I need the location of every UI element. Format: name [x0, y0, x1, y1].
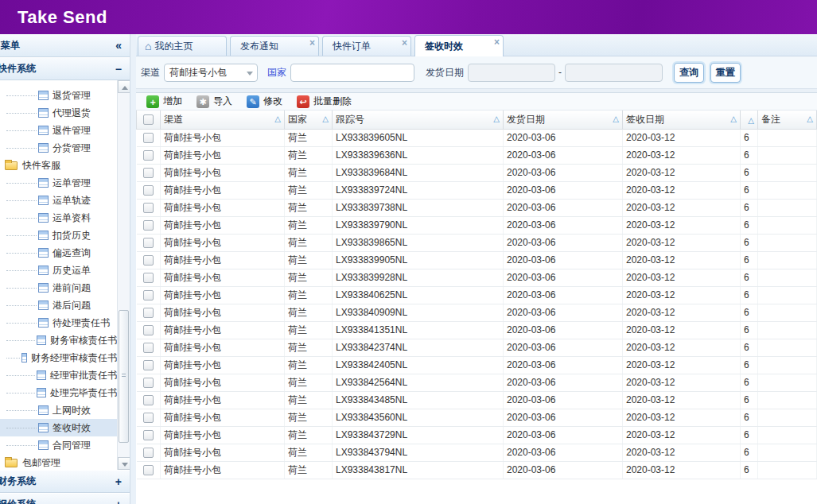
sidebar-tree-item[interactable]: 财务审核责任书: [0, 331, 117, 349]
tree-scrollbar[interactable]: [117, 80, 130, 470]
row-checkbox[interactable]: [143, 395, 154, 405]
table-row[interactable]: 荷邮挂号小包 荷兰 LX933839684NL 2020-03-06 2020-…: [137, 164, 817, 181]
select-all-checkbox[interactable]: [143, 114, 154, 125]
chevron-down-icon[interactable]: [247, 72, 253, 76]
sidebar-tree-item[interactable]: 合同管理: [0, 436, 117, 454]
row-checkbox[interactable]: [143, 448, 154, 458]
close-tab-icon[interactable]: ×: [309, 37, 315, 48]
sidebar-section-finance[interactable]: 财务系统 +: [0, 470, 130, 493]
plus-icon[interactable]: +: [115, 475, 122, 488]
row-checkbox[interactable]: [143, 378, 154, 388]
column-header[interactable]: 跟踪号△: [333, 110, 504, 129]
sort-icon[interactable]: △: [613, 114, 619, 123]
channel-select[interactable]: 荷邮挂号小包: [164, 64, 258, 82]
sidebar-menu-header[interactable]: 菜单 «: [0, 34, 130, 57]
row-checkbox[interactable]: [143, 360, 154, 370]
column-header[interactable]: 国家△: [285, 110, 333, 129]
sidebar-tree-item[interactable]: 分货管理: [0, 139, 117, 157]
sort-icon[interactable]: △: [730, 114, 737, 123]
column-header[interactable]: 备注△: [758, 110, 817, 129]
sidebar-tree-item[interactable]: 港前问题: [0, 279, 117, 297]
row-checkbox[interactable]: [143, 308, 154, 318]
sort-icon[interactable]: △: [807, 114, 813, 123]
row-checkbox[interactable]: [143, 150, 154, 161]
toolbar-button[interactable]: ↩ 批量删除: [290, 93, 359, 110]
table-row[interactable]: 荷邮挂号小包 荷兰 LX933839790NL 2020-03-06 2020-…: [137, 216, 817, 234]
ship-date-to-input[interactable]: [565, 64, 663, 82]
sidebar-tree-item[interactable]: 退货管理: [0, 87, 117, 104]
reset-button[interactable]: 重置: [710, 63, 741, 83]
minus-icon[interactable]: −: [115, 63, 122, 76]
row-checkbox[interactable]: [143, 413, 154, 423]
row-checkbox[interactable]: [143, 220, 154, 231]
table-row[interactable]: 荷邮挂号小包 荷兰 LX933839865NL 2020-03-06 2020-…: [137, 234, 817, 251]
search-button[interactable]: 查询: [674, 63, 704, 83]
sidebar-tree-item[interactable]: 处理完毕责任书: [0, 384, 117, 401]
table-row[interactable]: 荷邮挂号小包 荷兰 LX933839636NL 2020-03-06 2020-…: [137, 146, 817, 164]
table-row[interactable]: 荷邮挂号小包 荷兰 LX933839605NL 2020-03-06 2020-…: [137, 129, 817, 146]
sidebar-tree-item[interactable]: 扣货历史: [0, 227, 117, 244]
sort-icon[interactable]: △: [493, 114, 500, 123]
collapse-sidebar-icon[interactable]: «: [115, 39, 122, 52]
row-checkbox[interactable]: [143, 273, 154, 283]
column-header[interactable]: 签收日期△: [623, 110, 741, 129]
sidebar-tree-item[interactable]: 运单资料: [0, 209, 117, 227]
sidebar-tree-item[interactable]: 偏远查询: [0, 244, 117, 262]
row-checkbox[interactable]: [143, 290, 154, 300]
sort-icon[interactable]: △: [274, 114, 281, 123]
sidebar-tree-item[interactable]: 代理退货: [0, 104, 117, 122]
table-row[interactable]: 荷邮挂号小包 荷兰 LX933842405NL 2020-03-06 2020-…: [137, 356, 817, 374]
scroll-up-button[interactable]: [118, 80, 130, 93]
row-checkbox[interactable]: [143, 465, 154, 475]
column-header[interactable]: 发货日期△: [504, 110, 623, 129]
sidebar-tree-item[interactable]: 快件客服: [0, 157, 117, 174]
table-row[interactable]: 荷邮挂号小包 荷兰 LX933839928NL 2020-03-06 2020-…: [137, 269, 817, 286]
sidebar-tree-item[interactable]: 待处理责任书: [0, 314, 117, 331]
sidebar-tree-item[interactable]: 上网时效: [0, 401, 117, 419]
sort-icon[interactable]: △: [748, 116, 754, 125]
row-checkbox[interactable]: [143, 168, 154, 178]
sidebar-tree-item[interactable]: 历史运单: [0, 262, 117, 279]
row-checkbox[interactable]: [143, 133, 154, 143]
table-row[interactable]: 荷邮挂号小包 荷兰 LX933840909NL 2020-03-06 2020-…: [137, 304, 817, 321]
toolbar-button[interactable]: ✎ 修改: [239, 93, 290, 110]
plus-icon[interactable]: +: [115, 498, 122, 504]
table-row[interactable]: 荷邮挂号小包 荷兰 LX933839905NL 2020-03-06 2020-…: [137, 251, 817, 269]
ship-date-from-input[interactable]: [468, 64, 555, 82]
sidebar-tree-item[interactable]: 经理审批责任书: [0, 366, 117, 384]
row-checkbox[interactable]: [143, 255, 154, 266]
sidebar-section-express[interactable]: 快件系统 −: [0, 57, 130, 80]
table-row[interactable]: 荷邮挂号小包 荷兰 LX933839724NL 2020-03-06 2020-…: [137, 181, 817, 199]
sidebar-tree-item[interactable]: 包邮管理: [0, 454, 117, 470]
table-row[interactable]: 荷邮挂号小包 荷兰 LX933842374NL 2020-03-06 2020-…: [137, 339, 817, 356]
table-row[interactable]: 荷邮挂号小包 荷兰 LX933842564NL 2020-03-06 2020-…: [137, 374, 817, 391]
country-input[interactable]: [290, 64, 414, 82]
sidebar-tree-item[interactable]: 签收时效: [0, 419, 117, 436]
close-tab-icon[interactable]: ×: [494, 37, 500, 48]
table-row[interactable]: 荷邮挂号小包 荷兰 LX933843817NL 2020-03-06 2020-…: [137, 461, 817, 479]
tab[interactable]: 发布通知 ×: [230, 36, 319, 56]
row-checkbox[interactable]: [143, 185, 154, 196]
table-row[interactable]: 荷邮挂号小包 荷兰 LX933839738NL 2020-03-06 2020-…: [137, 199, 817, 216]
row-checkbox[interactable]: [143, 343, 154, 353]
scrollbar-thumb[interactable]: [119, 310, 129, 443]
toolbar-button[interactable]: ✱ 导入: [189, 93, 239, 110]
tab[interactable]: ⌂ 我的主页: [138, 36, 227, 56]
scroll-down-button[interactable]: [118, 457, 130, 470]
sidebar-section-quote[interactable]: 报价系统 +: [0, 493, 130, 504]
sidebar-tree-item[interactable]: 退件管理: [0, 122, 117, 139]
tab[interactable]: 快件订单 ×: [322, 36, 411, 56]
column-header[interactable]: △: [741, 110, 758, 129]
column-header[interactable]: 渠道△: [161, 110, 285, 129]
row-checkbox[interactable]: [143, 430, 154, 440]
row-checkbox[interactable]: [143, 325, 154, 335]
table-row[interactable]: 荷邮挂号小包 荷兰 LX933843794NL 2020-03-06 2020-…: [137, 444, 817, 461]
table-row[interactable]: 荷邮挂号小包 荷兰 LX933843560NL 2020-03-06 2020-…: [137, 409, 817, 426]
table-row[interactable]: 荷邮挂号小包 荷兰 LX933843485NL 2020-03-06 2020-…: [137, 391, 817, 409]
table-row[interactable]: 荷邮挂号小包 荷兰 LX933840625NL 2020-03-06 2020-…: [137, 286, 817, 304]
table-row[interactable]: 荷邮挂号小包 荷兰 LX933843729NL 2020-03-06 2020-…: [137, 426, 817, 444]
row-checkbox[interactable]: [143, 238, 154, 248]
sidebar-splitter[interactable]: [130, 34, 136, 504]
sidebar-tree-item[interactable]: 财务经理审核责任书: [0, 349, 117, 366]
sidebar-tree-item[interactable]: 运单轨迹: [0, 192, 117, 209]
